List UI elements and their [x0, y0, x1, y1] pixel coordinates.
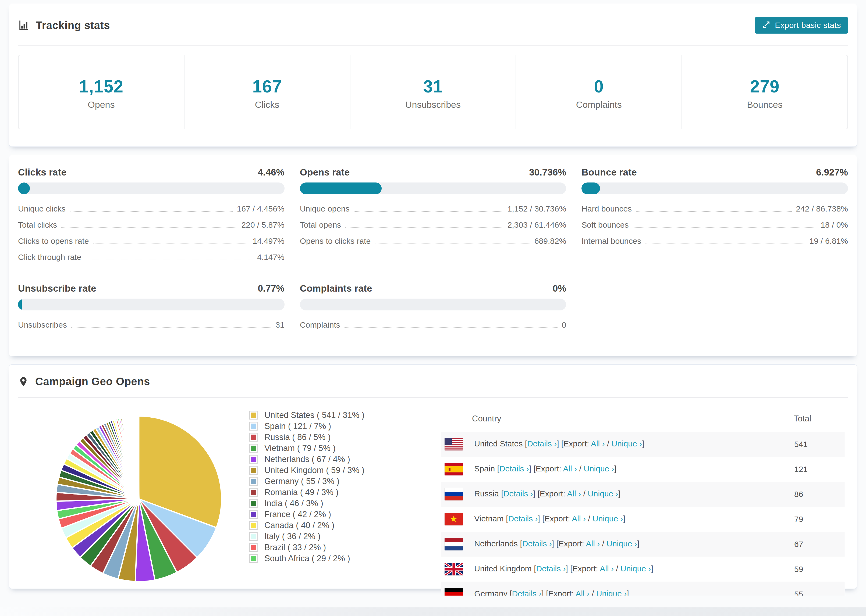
legend-swatch [249, 455, 258, 464]
legend-swatch [249, 411, 258, 420]
geo-opens-title: Campaign Geo Opens [18, 376, 150, 388]
ru-flag-icon [444, 488, 463, 500]
tracking-stats-header: Tracking stats Export basic stats [18, 4, 848, 46]
legend-swatch [249, 422, 258, 431]
rate-row: Soft bounces 18 / 0% [581, 220, 848, 230]
legend-item-brazil: Brazil ( 33 / 2% ) [249, 544, 364, 552]
rate-progress-track [18, 299, 285, 310]
geo-opens-legend: United States ( 541 / 31% ) Spain ( 121 … [249, 411, 364, 566]
table-row-russia: Russia [Details ›] [Export: All › / Uniq… [441, 482, 845, 507]
export-all-link[interactable]: All › [572, 514, 586, 523]
country-column-header: Country [441, 406, 794, 432]
geo-opens-title-text: Campaign Geo Opens [35, 376, 150, 388]
rate-progress-track [581, 182, 848, 194]
country-name: Spain [474, 464, 495, 473]
export-all-link[interactable]: All › [600, 564, 614, 573]
vn-flag-icon [444, 513, 463, 525]
legend-label: Italy ( 36 / 2% ) [265, 532, 320, 541]
legend-label: South Africa ( 29 / 2% ) [265, 554, 350, 563]
rate-title: Bounce rate [581, 167, 637, 178]
de-flag-icon [444, 588, 463, 596]
rate-title: Opens rate [300, 167, 350, 178]
rate-row: Click through rate 4.147% [18, 252, 285, 262]
export-all-link[interactable]: All › [567, 489, 581, 498]
tracking-stats-title-text: Tracking stats [36, 19, 110, 31]
rate-progress-track [18, 182, 285, 194]
geo-opens-header: Campaign Geo Opens [18, 365, 848, 397]
legend-label: India ( 46 / 3% ) [265, 498, 323, 508]
rate-value: 6.927% [816, 167, 848, 178]
table-row-united-states: United States [Details ›] [Export: All ›… [441, 432, 845, 457]
details-link[interactable]: Details › [512, 589, 542, 596]
us-flag-icon [444, 438, 463, 451]
rate-title: Unsubscribe rate [18, 283, 96, 294]
stat-value: 0 [516, 76, 682, 97]
legend-swatch [249, 444, 258, 453]
rate-block-bounce: Bounce rate 6.927% Hard bounces 242 / 86… [581, 167, 848, 262]
export-basic-stats-button[interactable]: Export basic stats [755, 17, 848, 34]
legend-swatch [249, 554, 258, 563]
rate-row: Unique clicks 167 / 4.456% [18, 203, 285, 214]
legend-item-united-states: United States ( 541 / 31% ) [249, 411, 364, 419]
rate-row: Clicks to opens rate 14.497% [18, 236, 285, 247]
legend-item-united-kingdom: United Kingdom ( 59 / 3% ) [249, 466, 364, 475]
stat-label: Opens [19, 99, 184, 110]
geo-opens-table: Country Total United States [Details ›] … [441, 406, 845, 596]
export-unique-link[interactable]: Unique › [587, 489, 618, 498]
export-unique-link[interactable]: Unique › [596, 589, 627, 596]
dotted-leader [70, 211, 233, 212]
rate-block-opens: Opens rate 30.736% Unique opens 1,152 / … [300, 167, 567, 262]
rate-value: 0% [553, 283, 567, 294]
total-cell: 79 [794, 507, 845, 532]
export-unique-link[interactable]: Unique › [584, 464, 614, 473]
tracking-stats-title: Tracking stats [18, 19, 110, 31]
country-name: Netherlands [474, 539, 518, 548]
dotted-leader [71, 327, 271, 328]
stat-label: Clicks [184, 99, 350, 110]
nl-flag-icon [444, 538, 463, 550]
export-all-link[interactable]: All › [591, 439, 605, 448]
export-all-link[interactable]: All › [586, 539, 600, 548]
table-row-united-kingdom: United Kingdom [Details ›] [Export: All … [441, 556, 845, 581]
details-link[interactable]: Details › [527, 439, 557, 448]
country-name: United Kingdom [474, 564, 531, 573]
export-all-link[interactable]: All › [563, 464, 577, 473]
dotted-leader [633, 227, 816, 228]
legend-label: Spain ( 121 / 7% ) [265, 421, 331, 431]
stat-value: 1,152 [19, 76, 184, 97]
dotted-leader [375, 244, 530, 244]
export-unique-link[interactable]: Unique › [606, 539, 637, 548]
details-link[interactable]: Details › [522, 539, 552, 548]
stat-value: 31 [350, 76, 516, 97]
rate-row: Total opens 2,303 / 61.446% [300, 220, 567, 230]
country-name: Germany [474, 589, 507, 596]
rate-progress-track [300, 299, 567, 310]
dotted-leader [345, 327, 557, 328]
legend-swatch [249, 543, 258, 552]
rate-value: 30.736% [529, 167, 566, 178]
legend-label: Netherlands ( 67 / 4% ) [265, 454, 350, 464]
rate-row: Unique opens 1,152 / 30.736% [300, 203, 567, 214]
pie-slice-other [139, 416, 139, 499]
bar-chart-icon [18, 20, 29, 31]
export-unique-link[interactable]: Unique › [592, 514, 623, 523]
export-unique-link[interactable]: Unique › [612, 439, 642, 448]
map-pin-icon [18, 376, 29, 387]
rate-progress-track [300, 182, 567, 194]
details-link[interactable]: Details › [508, 514, 538, 523]
rate-value: 4.46% [258, 167, 284, 178]
legend-swatch [249, 510, 258, 519]
export-unique-link[interactable]: Unique › [620, 564, 651, 573]
legend-label: United Kingdom ( 59 / 3% ) [265, 465, 364, 475]
details-link[interactable]: Details › [504, 489, 533, 498]
total-cell: 121 [794, 457, 845, 482]
legend-label: France ( 42 / 2% ) [265, 509, 331, 519]
legend-label: Romania ( 49 / 3% ) [265, 487, 339, 497]
export-all-link[interactable]: All › [576, 589, 589, 596]
dotted-leader [61, 227, 237, 228]
details-link[interactable]: Details › [499, 464, 529, 473]
rate-title: Clicks rate [18, 167, 66, 178]
dotted-leader [646, 244, 805, 244]
legend-label: United States ( 541 / 31% ) [265, 410, 364, 420]
details-link[interactable]: Details › [536, 564, 566, 573]
